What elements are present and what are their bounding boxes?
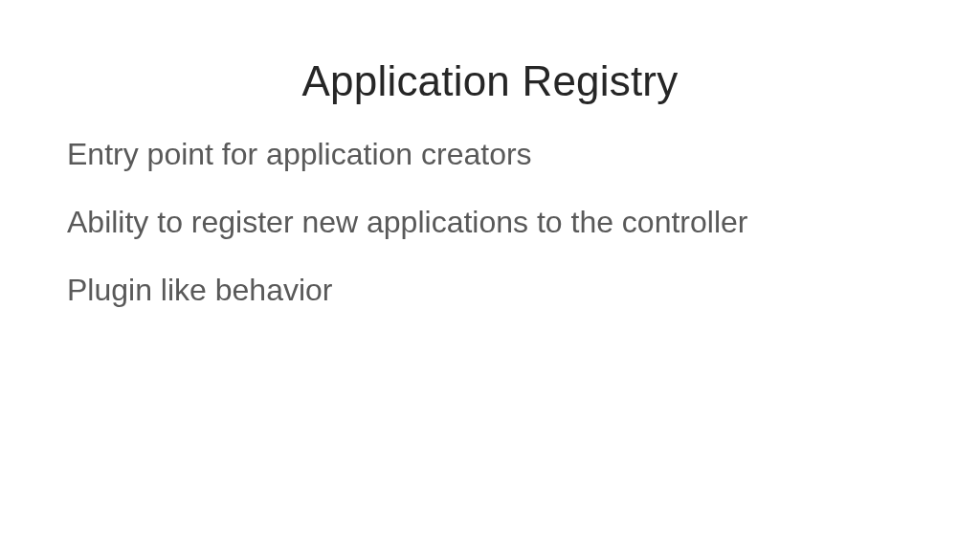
slide-title: Application Registry [67,57,913,105]
bullet-item: Ability to register new applications to … [67,202,913,243]
bullet-item: Plugin like behavior [67,270,913,311]
slide-container: Application Registry Entry point for app… [0,0,980,551]
bullet-list: Entry point for application creators Abi… [67,134,913,312]
bullet-item: Entry point for application creators [67,134,913,175]
